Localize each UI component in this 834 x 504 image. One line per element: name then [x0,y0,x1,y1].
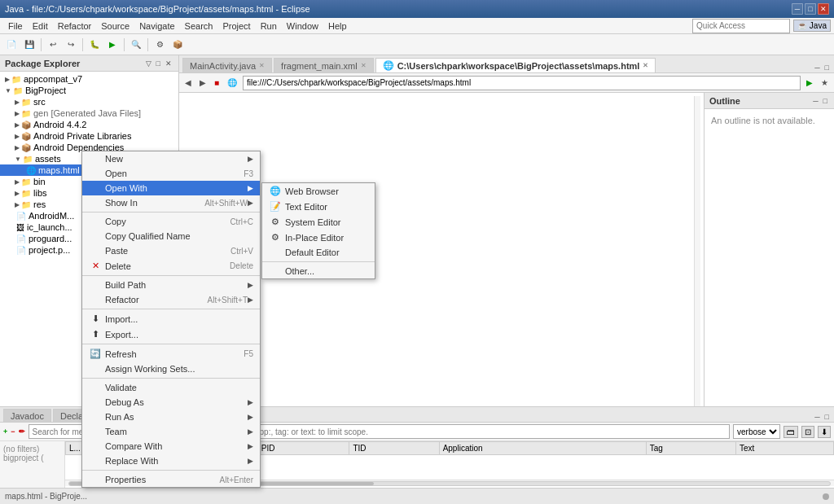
close-button[interactable]: ✕ [818,3,829,15]
ctx-run-as[interactable]: Run As ▶ [82,410,260,424]
ctx-separator [82,344,260,344]
tab-close-icon[interactable]: ✕ [643,62,648,69]
bottom-max-btn[interactable]: □ [823,412,831,422]
ctx-properties[interactable]: Properties Alt+Enter [82,472,260,487]
logcat-verbose-select[interactable]: verbose [733,424,780,439]
ctx-export[interactable]: ⬆ Export... [82,327,260,342]
menu-window[interactable]: Window [282,20,323,33]
tb-undo[interactable]: ↩ [45,37,61,53]
ctx-open-with[interactable]: Open With ▶ [82,181,260,195]
logcat-add-icon[interactable]: + [3,427,7,436]
menu-search[interactable]: Search [180,20,218,33]
ctx-new[interactable]: New ▶ [82,151,260,166]
minimize-button[interactable]: ─ [792,3,803,15]
ctx-label: Text Editor [285,202,368,212]
tree-private-libs[interactable]: ▶ 📦 Android Private Libraries [0,130,178,142]
tb-debug[interactable]: 🐛 [86,37,103,53]
tree-label: maps.html [38,165,80,175]
menu-help[interactable]: Help [323,20,352,33]
menu-source[interactable]: Source [96,20,134,33]
tab-min-btn[interactable]: ─ [813,63,821,72]
logcat-btn2[interactable]: ⊡ [801,426,814,438]
tb-search[interactable]: 🔍 [128,37,144,53]
tab-close-icon[interactable]: ✕ [259,62,265,69]
bookmark-button[interactable]: ★ [819,77,831,89]
tb-extra1[interactable]: ⚙ [151,37,168,53]
tb-new[interactable]: 📄 [3,37,20,53]
ctx-copy[interactable]: Copy Ctrl+C [82,214,260,229]
tab-maps[interactable]: 🌐 C:\Users\chpark\workspace\BigProject\a… [375,58,656,72]
tab-fragment[interactable]: fragment_main.xml ✕ [274,58,374,72]
panel-max-btn[interactable]: □ [155,59,162,68]
ctx-import[interactable]: ⬇ Import... [82,311,260,327]
quick-access-input[interactable] [692,19,790,33]
logcat-remove-icon[interactable]: − [11,427,15,436]
tree-appcompat[interactable]: ▶ 📁 appcompat_v7 [0,73,178,85]
logcat-edit-icon[interactable]: ✏ [19,427,25,436]
ctx-validate[interactable]: Validate [82,380,260,395]
ctx-paste[interactable]: Paste Ctrl+V [82,243,260,258]
submenu-arrow: ▶ [248,413,253,421]
tb-redo[interactable]: ↪ [63,37,79,53]
tab-close-icon[interactable]: ✕ [361,62,367,69]
tree-src[interactable]: ▶ 📁 src [0,96,178,107]
tree-android442[interactable]: ▶ 📦 Android 4.4.2 [0,119,178,130]
menu-run[interactable]: Run [256,20,282,33]
tree-arrow: ▶ [15,99,20,106]
tree-gen[interactable]: ▶ 📁 gen [Generated Java Files] [0,107,178,119]
maximize-button[interactable]: □ [805,3,816,15]
menu-project[interactable]: Project [217,20,255,33]
tb-run[interactable]: ▶ [104,37,121,53]
logcat-btn1[interactable]: 🗃 [784,426,798,438]
menu-refactor[interactable]: Refactor [53,20,97,33]
ctx-assign-working-sets[interactable]: Assign Working Sets... [82,362,260,376]
ctx-other[interactable]: Other... [262,264,375,278]
tb-save[interactable]: 💾 [21,37,37,53]
ctx-show-in[interactable]: Show In Alt+Shift+W ▶ [82,195,260,210]
tb-sep1 [41,38,42,51]
ctx-replace-with[interactable]: Replace With ▶ [82,454,260,468]
col-text: Text [735,442,833,455]
ctx-refresh[interactable]: 🔄 Refresh F5 [82,346,260,362]
menu-navigate[interactable]: Navigate [134,20,179,33]
outline-min-btn[interactable]: ─ [811,96,819,106]
tree-label: src [33,97,46,107]
bottom-min-btn[interactable]: ─ [813,412,821,422]
tab-javadoc[interactable]: Javadoc [3,409,51,422]
forward-button[interactable]: ▶ [197,77,208,89]
ctx-copy-qualified[interactable]: Copy Qualified Name [82,229,260,243]
panel-min-btn[interactable]: ▽ [144,59,153,68]
ctx-text-editor[interactable]: 📝 Text Editor [262,199,375,214]
ctx-refactor[interactable]: Refactor Alt+Shift+T ▶ [82,292,260,307]
back-button[interactable]: ◀ [182,77,194,89]
menu-edit[interactable]: Edit [28,20,53,33]
tab-max-btn[interactable]: □ [823,63,831,72]
ctx-team[interactable]: Team ▶ [82,424,260,439]
ctx-open[interactable]: Open F3 [82,166,260,181]
shortcut-label: F5 [244,349,253,358]
menu-file[interactable]: File [3,20,28,33]
ctx-inplace-editor[interactable]: ⚙ In-Place Editor [262,230,375,245]
menu-bar: File Edit Refactor Source Navigate Searc… [0,18,834,34]
ctx-system-editor[interactable]: ⚙ System Editor [262,214,375,230]
ctx-web-browser[interactable]: 🌐 Web Browser [262,183,375,199]
col-app: Application [439,442,646,455]
scrollbar[interactable] [694,96,700,406]
outline-max-btn[interactable]: □ [822,96,829,106]
tree-bigproject[interactable]: ▼ 📁 BigProject [0,85,178,96]
tree-arrow: ▼ [15,156,21,163]
java-button[interactable]: ☕ Java [793,20,831,32]
logcat-btn3[interactable]: ⬇ [818,426,831,438]
ctx-build-path[interactable]: Build Path ▶ [82,278,260,292]
tab-mainactivity[interactable]: MainActivity.java ✕ [182,58,272,72]
go-button[interactable]: ▶ [804,77,815,89]
ctx-compare-with[interactable]: Compare With ▶ [82,439,260,454]
tb-extra2[interactable]: 📦 [169,37,186,53]
panel-close-btn[interactable]: ✕ [164,59,173,68]
ctx-delete[interactable]: ✕ Delete Delete [82,258,260,274]
stop-button[interactable]: ■ [212,77,222,89]
outline-header: Outline ─ □ [705,93,834,109]
ctx-default-editor[interactable]: Default Editor [262,245,375,260]
ctx-debug-as[interactable]: Debug As ▶ [82,395,260,410]
address-input[interactable] [243,76,801,90]
